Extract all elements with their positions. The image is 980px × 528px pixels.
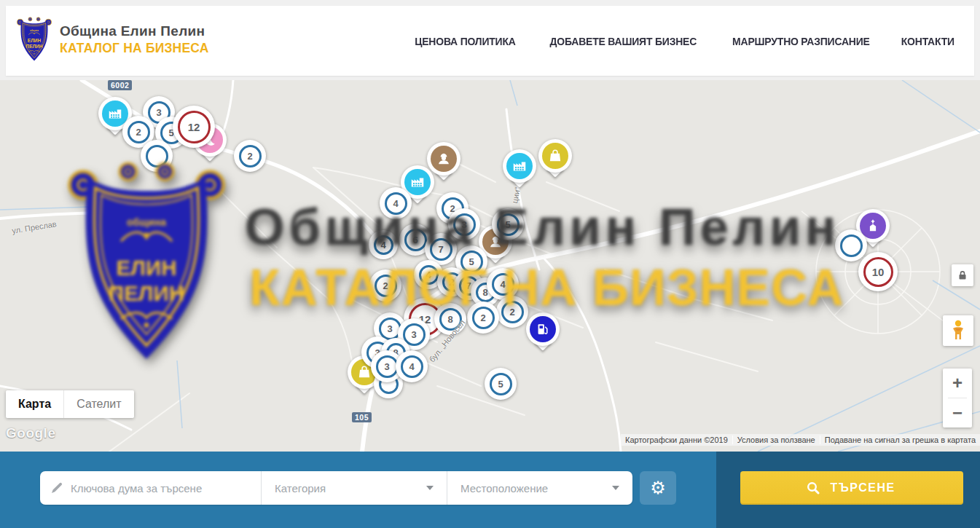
location-select[interactable]: Местоположение (447, 471, 632, 505)
map-markers-layer: 3251224235467542784222128333834510600210… (0, 80, 980, 452)
category-select-value: Категория (275, 482, 326, 494)
map-data-attribution: Картографски данни ©2019 (621, 436, 732, 444)
municipality-crest-icon: община ЕЛИН ПЕЛИН (16, 16, 52, 63)
map-cluster-marker[interactable]: 4 (380, 187, 412, 219)
nav-item-contacts[interactable]: КОНТАКТИ (901, 35, 954, 47)
zoom-in-button[interactable]: + (943, 369, 972, 398)
zoom-out-button[interactable]: − (943, 398, 972, 427)
crest-text-line1: ЕЛИН (28, 38, 42, 43)
cluster-count: 3 (376, 355, 399, 378)
nav-item-pricing-policy[interactable]: ЦЕНОВА ПОЛИТИКА (415, 35, 515, 47)
road-shield: 6002 (108, 80, 132, 90)
header-card: община ЕЛИН ПЕЛИН Община Елин Пелин КАТА… (6, 6, 974, 76)
map-cluster-marker[interactable]: 5 (485, 368, 517, 400)
chevron-down-icon (612, 486, 619, 490)
nav-item-route-schedule[interactable]: МАРШРУТНО РАЗПИСАНИЕ (732, 35, 870, 47)
factory-icon (506, 153, 533, 179)
cluster-count: 4 (419, 265, 439, 285)
cluster-count: 5 (490, 373, 512, 395)
factory-icon (404, 169, 431, 195)
lock-icon (957, 270, 968, 280)
fuel-icon (530, 316, 556, 342)
search-input-group: Категория Местоположение (40, 471, 632, 505)
map-lock-button[interactable] (952, 264, 973, 286)
main-nav: ЦЕНОВА ПОЛИТИКА ДОБАВЕТЕ ВАШИЯТ БИЗНЕС М… (411, 6, 957, 76)
factory-pin[interactable] (503, 149, 536, 183)
map-cluster-marker[interactable]: 10 (858, 252, 898, 291)
cluster-count: 5 (460, 251, 483, 273)
bag-icon (542, 143, 568, 169)
road-shield: 105 (352, 412, 372, 422)
search-button-label: ТЪРСЕНЕ (830, 481, 895, 495)
worker-icon (431, 146, 457, 172)
site-logo[interactable]: община ЕЛИН ПЕЛИН Община Елин Пелин КАТА… (16, 16, 209, 63)
map-canvas[interactable]: 3251224235467542784222128333834510600210… (0, 80, 980, 452)
map-cluster-marker[interactable]: 2 (234, 140, 266, 172)
cluster-count (146, 145, 168, 168)
map-cluster-marker[interactable]: 2 (467, 302, 499, 334)
pencil-icon (50, 481, 63, 494)
cluster-count: 4 (374, 235, 393, 255)
cluster-count: 6 (404, 229, 427, 251)
cluster-count: 12 (178, 111, 211, 143)
site-subtitle: КАТАЛОГ НА БИЗНЕСА (60, 41, 209, 56)
site-title: Община Елин Пелин (60, 23, 209, 39)
map-type-satellite-button[interactable]: Сателит (63, 390, 133, 418)
map-attribution: Картографски данни ©2019 Условия за полз… (621, 434, 980, 446)
cluster-count: 2 (375, 275, 397, 297)
page: 3251224235467542784222128333834510600210… (0, 0, 980, 528)
street-label: ции“ (510, 186, 522, 204)
nav-item-add-business[interactable]: ДОБАВЕТЕ ВАШИЯТ БИЗНЕС (550, 35, 697, 47)
advanced-search-button[interactable]: ⚙ (640, 471, 676, 505)
cluster-count: 2 (472, 307, 495, 329)
map-cluster-marker[interactable]: 2 (369, 269, 401, 302)
street-label: ул. Преслав (11, 219, 57, 235)
map-cluster-marker[interactable]: 2 (496, 296, 528, 328)
map-cluster-marker[interactable] (835, 229, 867, 261)
search-button[interactable]: ТЪРСЕНЕ (740, 471, 963, 505)
cluster-count: 4 (401, 355, 423, 378)
map-type-map-button[interactable]: Карта (6, 390, 63, 418)
cluster-count: 4 (492, 273, 514, 296)
map-type-control: Карта Сателит (6, 390, 134, 418)
cluster-count: 2 (128, 121, 150, 143)
terms-of-use-link[interactable]: Условия за ползване (733, 436, 820, 444)
crest-text-line2: ПЕЛИН (26, 44, 42, 49)
cluster-count: 2 (501, 301, 524, 323)
search-icon (807, 481, 820, 494)
map-cluster-marker[interactable]: 5 (492, 208, 524, 240)
cluster-count: 3 (453, 213, 476, 236)
bag-pin[interactable] (538, 139, 572, 173)
map-cluster-marker[interactable]: 4 (396, 350, 428, 382)
chevron-down-icon (426, 486, 434, 490)
map-cluster-marker[interactable]: 3 (448, 208, 480, 240)
keyword-search-input[interactable] (71, 482, 261, 494)
map-cluster-marker[interactable]: 4 (369, 230, 398, 259)
header: община ЕЛИН ПЕЛИН Община Елин Пелин КАТА… (0, 0, 980, 80)
map-zoom-control: + − (943, 369, 972, 427)
map-cluster-marker[interactable] (141, 140, 173, 172)
cluster-count: 5 (497, 213, 520, 236)
cluster-count (840, 235, 863, 257)
cluster-count: 4 (385, 192, 407, 215)
fuel-pin[interactable] (526, 312, 560, 346)
gear-icon: ⚙ (650, 479, 666, 497)
map-cluster-marker[interactable]: 12 (173, 106, 215, 148)
category-select[interactable]: Категория (261, 471, 447, 505)
pegman-icon (950, 320, 966, 342)
location-select-value: Местоположение (460, 482, 548, 494)
google-logo[interactable]: Google (6, 425, 55, 441)
crest-text-top: община (30, 29, 39, 32)
report-map-error-link[interactable]: Подаване на сигнал за грешка в картата (820, 436, 980, 444)
cluster-count: 2 (239, 145, 262, 168)
search-bar: Категория Местоположение ⚙ ТЪРСЕНЕ (0, 452, 980, 528)
cluster-count: 10 (863, 257, 893, 287)
cluster-count: 7 (430, 238, 452, 261)
pegman-button[interactable] (943, 315, 973, 346)
